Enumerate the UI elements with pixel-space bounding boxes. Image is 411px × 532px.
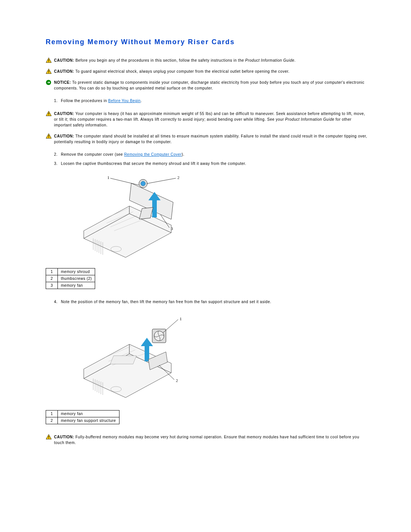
step-item: 2. Remove the computer cover (see Removi… [54, 152, 367, 158]
table-row: 2memory fan support structure [46, 417, 119, 424]
caution-text: CAUTION: Your computer is heavy (it has … [54, 111, 367, 128]
caution-block: CAUTION: To guard against electrical sho… [46, 69, 367, 74]
caution-icon [46, 111, 54, 116]
callout-table-2: 1memory fan 2memory fan support structur… [46, 410, 119, 424]
callout-2: 2 [177, 175, 180, 180]
svg-rect-4 [48, 70, 49, 72]
svg-point-29 [141, 181, 145, 186]
section-title: Removing Memory Without Memory Riser Car… [46, 38, 367, 46]
step-item: 3. Loosen the captive thumbscrews that s… [54, 161, 367, 167]
caution-block: CAUTION: The computer stand should be in… [46, 133, 367, 145]
callout-2: 2 [176, 378, 178, 383]
caution-icon [46, 69, 54, 74]
procedure-list: 2. Remove the computer cover (see Removi… [46, 152, 367, 167]
callout-1: 1 [180, 316, 182, 321]
callout-3: 3 [171, 226, 173, 231]
figure-memory-shroud: 1 2 3 [72, 174, 367, 261]
figure-memory-fan: 1 2 [72, 312, 367, 403]
caution-icon [46, 133, 54, 139]
caution-text: CAUTION: Fully-buffered memory modules m… [54, 434, 367, 446]
link-before-you-begin[interactable]: Before You Begin [108, 99, 140, 103]
caution-text: CAUTION: The computer stand should be in… [54, 133, 367, 145]
caution-block: CAUTION: Fully-buffered memory modules m… [46, 434, 367, 446]
svg-rect-11 [48, 135, 49, 137]
step-item: 1. Follow the procedures in Before You B… [54, 98, 367, 104]
notice-block: NOTICE: To prevent static damage to comp… [46, 80, 367, 91]
caution-icon [46, 58, 54, 63]
callout-1: 1 [107, 175, 110, 180]
callout-table-1: 1memory shroud 2thumbscrews (2) 3memory … [46, 268, 95, 289]
caution-text: CAUTION: To guard against electrical sho… [54, 69, 367, 74]
procedure-list: 4. Note the position of the memory fan, … [46, 299, 367, 305]
svg-line-33 [147, 178, 176, 184]
step-item: 4. Note the position of the memory fan, … [54, 299, 367, 305]
caution-icon [46, 434, 54, 439]
svg-rect-48 [110, 356, 137, 364]
link-removing-cover[interactable]: Removing the Computer Cover [124, 152, 182, 157]
caution-block: CAUTION: Your computer is heavy (it has … [46, 111, 367, 128]
table-row: 2thumbscrews (2) [46, 275, 95, 282]
table-row: 3memory fan [46, 282, 95, 289]
notice-icon [46, 80, 54, 85]
svg-rect-57 [48, 438, 49, 439]
svg-rect-8 [48, 113, 49, 114]
notice-text: NOTICE: To prevent static damage to comp… [54, 80, 367, 91]
svg-rect-56 [48, 436, 49, 438]
document-page: Removing Memory Without Memory Riser Car… [0, 0, 411, 532]
svg-rect-1 [48, 59, 49, 61]
table-row: 1memory fan [46, 411, 119, 417]
svg-rect-2 [48, 61, 49, 62]
table-row: 1memory shroud [46, 268, 95, 275]
caution-text: CAUTION: Before you begin any of the pro… [54, 58, 367, 63]
svg-rect-9 [48, 115, 49, 115]
procedure-list: 1. Follow the procedures in Before You B… [46, 98, 367, 104]
svg-line-53 [163, 320, 178, 333]
svg-rect-5 [48, 72, 49, 73]
svg-rect-12 [48, 137, 49, 138]
caution-block: CAUTION: Before you begin any of the pro… [46, 58, 367, 63]
svg-line-32 [110, 178, 139, 185]
